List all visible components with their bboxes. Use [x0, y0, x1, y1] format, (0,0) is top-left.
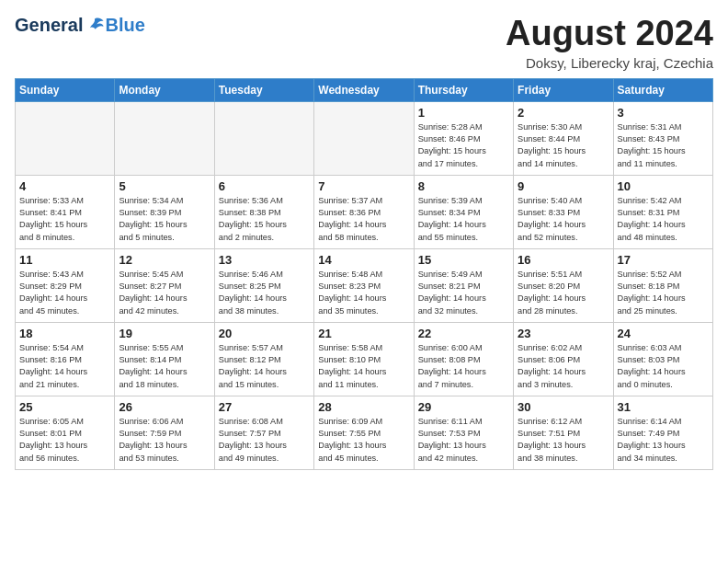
day-number: 26 [119, 400, 210, 414]
week-row-4: 25Sunrise: 6:05 AMSunset: 8:01 PMDayligh… [16, 396, 713, 469]
weekday-header-monday: Monday [115, 78, 214, 101]
day-number: 12 [119, 253, 210, 267]
day-info: Sunrise: 5:46 AMSunset: 8:25 PMDaylight:… [219, 269, 310, 317]
day-info: Sunrise: 6:08 AMSunset: 7:57 PMDaylight:… [219, 416, 310, 465]
day-number: 25 [19, 400, 110, 414]
calendar-cell: 7Sunrise: 5:37 AMSunset: 8:36 PMDaylight… [314, 175, 414, 248]
calendar-cell: 31Sunrise: 6:14 AMSunset: 7:49 PMDayligh… [613, 396, 712, 469]
day-number: 20 [219, 327, 310, 340]
calendar-cell: 1Sunrise: 5:28 AMSunset: 8:46 PMDaylight… [414, 101, 513, 175]
day-info: Sunrise: 5:51 AMSunset: 8:20 PMDaylight:… [518, 269, 609, 317]
calendar-cell: 10Sunrise: 5:42 AMSunset: 8:31 PMDayligh… [613, 175, 712, 248]
day-info: Sunrise: 6:03 AMSunset: 8:03 PMDaylight:… [618, 342, 709, 391]
weekday-header-wednesday: Wednesday [314, 78, 414, 101]
day-number: 22 [418, 327, 509, 340]
day-number: 16 [518, 253, 609, 267]
weekday-header-thursday: Thursday [414, 78, 513, 101]
day-number: 2 [518, 106, 609, 120]
calendar-cell: 3Sunrise: 5:31 AMSunset: 8:43 PMDaylight… [613, 101, 712, 175]
page-header: General Blue August 2024 Doksy, Libereck… [15, 15, 713, 71]
day-info: Sunrise: 5:55 AMSunset: 8:14 PMDaylight:… [119, 342, 210, 391]
day-info: Sunrise: 6:12 AMSunset: 7:51 PMDaylight:… [518, 416, 609, 465]
calendar-cell: 29Sunrise: 6:11 AMSunset: 7:53 PMDayligh… [414, 396, 513, 469]
calendar-cell: 30Sunrise: 6:12 AMSunset: 7:51 PMDayligh… [514, 396, 613, 469]
calendar-cell: 23Sunrise: 6:02 AMSunset: 8:06 PMDayligh… [514, 322, 613, 396]
calendar-cell: 6Sunrise: 5:36 AMSunset: 8:38 PMDaylight… [214, 175, 313, 248]
day-info: Sunrise: 5:54 AMSunset: 8:16 PMDaylight:… [19, 342, 110, 391]
calendar-cell: 19Sunrise: 5:55 AMSunset: 8:14 PMDayligh… [115, 322, 214, 396]
calendar-cell [115, 101, 214, 175]
calendar-cell [214, 101, 313, 175]
day-number: 27 [219, 400, 310, 414]
day-number: 8 [418, 179, 509, 193]
day-info: Sunrise: 5:40 AMSunset: 8:33 PMDaylight:… [518, 195, 609, 244]
weekday-header-tuesday: Tuesday [214, 78, 313, 101]
day-info: Sunrise: 5:42 AMSunset: 8:31 PMDaylight:… [618, 195, 709, 244]
calendar-body: 1Sunrise: 5:28 AMSunset: 8:46 PMDaylight… [16, 101, 713, 469]
calendar-cell: 8Sunrise: 5:39 AMSunset: 8:34 PMDaylight… [414, 175, 513, 248]
day-number: 18 [19, 327, 110, 340]
week-row-2: 11Sunrise: 5:43 AMSunset: 8:29 PMDayligh… [16, 248, 713, 322]
day-info: Sunrise: 5:31 AMSunset: 8:43 PMDaylight:… [618, 121, 709, 170]
day-info: Sunrise: 5:52 AMSunset: 8:18 PMDaylight:… [618, 269, 709, 317]
calendar-cell: 4Sunrise: 5:33 AMSunset: 8:41 PMDaylight… [16, 175, 115, 248]
week-row-0: 1Sunrise: 5:28 AMSunset: 8:46 PMDaylight… [16, 101, 713, 175]
logo: General Blue [15, 15, 145, 36]
day-info: Sunrise: 5:43 AMSunset: 8:29 PMDaylight:… [19, 269, 110, 317]
calendar-cell: 24Sunrise: 6:03 AMSunset: 8:03 PMDayligh… [613, 322, 712, 396]
day-number: 19 [119, 327, 210, 340]
day-info: Sunrise: 6:11 AMSunset: 7:53 PMDaylight:… [418, 416, 509, 465]
day-info: Sunrise: 5:45 AMSunset: 8:27 PMDaylight:… [119, 269, 210, 317]
day-info: Sunrise: 5:48 AMSunset: 8:23 PMDaylight:… [318, 269, 409, 317]
day-info: Sunrise: 5:39 AMSunset: 8:34 PMDaylight:… [418, 195, 509, 244]
calendar-cell: 26Sunrise: 6:06 AMSunset: 7:59 PMDayligh… [115, 396, 214, 469]
day-info: Sunrise: 5:57 AMSunset: 8:12 PMDaylight:… [219, 342, 310, 391]
day-info: Sunrise: 6:06 AMSunset: 7:59 PMDaylight:… [119, 416, 210, 465]
day-info: Sunrise: 5:34 AMSunset: 8:39 PMDaylight:… [119, 195, 210, 244]
day-number: 24 [618, 327, 709, 340]
day-info: Sunrise: 5:36 AMSunset: 8:38 PMDaylight:… [219, 195, 310, 244]
day-info: Sunrise: 5:30 AMSunset: 8:44 PMDaylight:… [518, 121, 609, 170]
week-row-3: 18Sunrise: 5:54 AMSunset: 8:16 PMDayligh… [16, 322, 713, 396]
day-number: 3 [618, 106, 709, 120]
calendar-cell: 17Sunrise: 5:52 AMSunset: 8:18 PMDayligh… [613, 248, 712, 322]
calendar-cell: 11Sunrise: 5:43 AMSunset: 8:29 PMDayligh… [16, 248, 115, 322]
day-number: 14 [318, 253, 409, 267]
calendar-cell: 2Sunrise: 5:30 AMSunset: 8:44 PMDaylight… [514, 101, 613, 175]
logo-blue-text: Blue [105, 15, 144, 36]
day-info: Sunrise: 6:02 AMSunset: 8:06 PMDaylight:… [518, 342, 609, 391]
day-number: 23 [518, 327, 609, 340]
calendar-cell: 25Sunrise: 6:05 AMSunset: 8:01 PMDayligh… [16, 396, 115, 469]
weekday-header-friday: Friday [514, 78, 613, 101]
day-info: Sunrise: 5:58 AMSunset: 8:10 PMDaylight:… [318, 342, 409, 391]
calendar-cell: 27Sunrise: 6:08 AMSunset: 7:57 PMDayligh… [214, 396, 313, 469]
day-number: 11 [19, 253, 110, 267]
day-info: Sunrise: 6:09 AMSunset: 7:55 PMDaylight:… [318, 416, 409, 465]
logo-general-text: General [15, 15, 83, 36]
calendar-cell: 20Sunrise: 5:57 AMSunset: 8:12 PMDayligh… [214, 322, 313, 396]
title-section: August 2024 Doksy, Liberecky kraj, Czech… [506, 15, 713, 71]
day-info: Sunrise: 5:28 AMSunset: 8:46 PMDaylight:… [418, 121, 509, 170]
weekday-header-sunday: Sunday [16, 78, 115, 101]
calendar-cell: 5Sunrise: 5:34 AMSunset: 8:39 PMDaylight… [115, 175, 214, 248]
day-info: Sunrise: 5:33 AMSunset: 8:41 PMDaylight:… [19, 195, 110, 244]
day-number: 9 [518, 179, 609, 193]
calendar-cell: 18Sunrise: 5:54 AMSunset: 8:16 PMDayligh… [16, 322, 115, 396]
calendar-cell [16, 101, 115, 175]
day-number: 7 [318, 179, 409, 193]
calendar-cell: 28Sunrise: 6:09 AMSunset: 7:55 PMDayligh… [314, 396, 414, 469]
day-number: 10 [618, 179, 709, 193]
day-number: 15 [418, 253, 509, 267]
day-number: 6 [219, 179, 310, 193]
calendar-cell [314, 101, 414, 175]
day-info: Sunrise: 6:14 AMSunset: 7:49 PMDaylight:… [618, 416, 709, 465]
day-number: 17 [618, 253, 709, 267]
calendar-cell: 14Sunrise: 5:48 AMSunset: 8:23 PMDayligh… [314, 248, 414, 322]
day-number: 5 [119, 179, 210, 193]
day-number: 21 [318, 327, 409, 340]
calendar-cell: 13Sunrise: 5:46 AMSunset: 8:25 PMDayligh… [214, 248, 313, 322]
day-number: 29 [418, 400, 509, 414]
calendar-cell: 12Sunrise: 5:45 AMSunset: 8:27 PMDayligh… [115, 248, 214, 322]
week-row-1: 4Sunrise: 5:33 AMSunset: 8:41 PMDaylight… [16, 175, 713, 248]
calendar-subtitle: Doksy, Liberecky kraj, Czechia [506, 55, 713, 71]
